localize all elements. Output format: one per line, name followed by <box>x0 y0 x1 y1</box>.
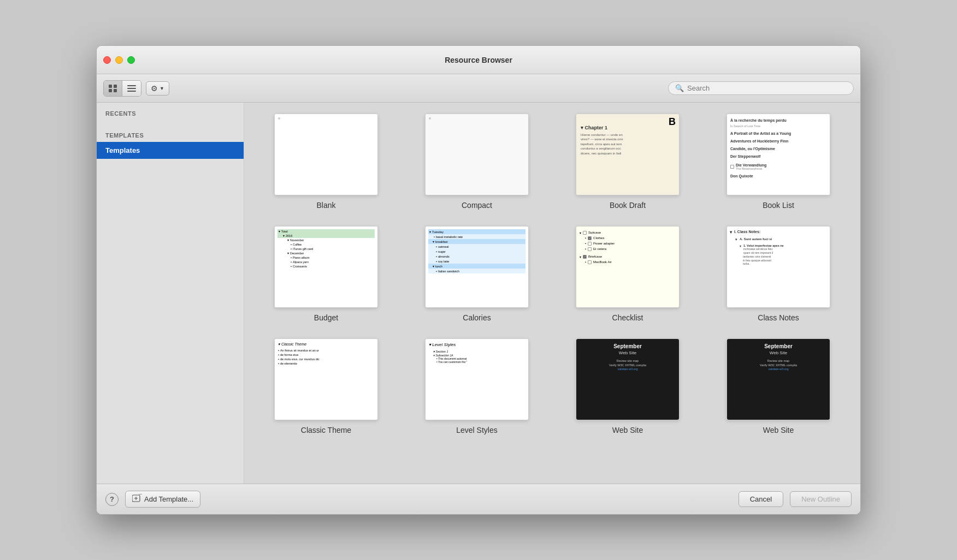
template-label-web-dark-1: Web Site <box>612 426 643 434</box>
template-label-level-styles: Level Styles <box>456 426 497 434</box>
maximize-button[interactable] <box>127 56 135 64</box>
template-label-book-draft: Book Draft <box>610 201 646 210</box>
minimize-button[interactable] <box>115 56 123 64</box>
gear-icon: ⚙ <box>151 84 158 93</box>
template-label-blank: Blank <box>316 201 335 210</box>
template-thumb-level-styles: ▾ Level Styles ▾ Section 1 ▾ Subsection … <box>425 338 529 420</box>
template-item-book-list[interactable]: À la recherche du temps perdu In Search … <box>710 114 847 210</box>
add-template-button[interactable]: Add Template... <box>125 491 200 508</box>
template-thumb-calories: ▾Tuesday •basal metabolic rate ▾breakfas… <box>425 226 529 308</box>
cancel-button[interactable]: Cancel <box>739 491 783 507</box>
template-label-class-notes: Class Notes <box>758 313 799 322</box>
toolbar: ⚙ ▼ 🔍 <box>97 74 860 103</box>
template-label-checklist: Checklist <box>612 313 643 322</box>
window-title: Resource Browser <box>445 56 512 64</box>
main-content: RECENTS TEMPLATES Templates Blank <box>97 103 860 484</box>
template-thumb-book-list: À la recherche du temps perdu In Search … <box>726 114 830 195</box>
template-item-book-draft[interactable]: B ▾ Chapter 1 Hieme conduntur — unde env… <box>559 114 696 210</box>
template-thumb-book-draft: B ▾ Chapter 1 Hieme conduntur — unde env… <box>576 114 680 195</box>
template-thumb-checklist: ▾Suitcase •✓Clothes •Power adapter •Et c… <box>576 226 680 308</box>
template-thumb-web-dark-2: September Web Site Review site map Verif… <box>726 338 830 420</box>
template-label-classic-theme: Classic Theme <box>301 426 351 434</box>
template-item-level-styles[interactable]: ▾ Level Styles ▾ Section 1 ▾ Subsection … <box>408 338 546 434</box>
template-label-budget: Budget <box>314 313 338 322</box>
recents-section-label: RECENTS <box>97 103 244 120</box>
traffic-lights <box>103 56 135 64</box>
svg-rect-3 <box>114 89 117 92</box>
close-button[interactable] <box>103 56 111 64</box>
svg-rect-1 <box>114 85 117 88</box>
template-item-budget[interactable]: ▾Total ▾2016 ▾November •Coffee •iTunes g… <box>257 226 395 322</box>
template-label-book-list: Book List <box>763 201 794 210</box>
template-grid-area: Blank Compact B <box>244 103 860 484</box>
sidebar-item-templates[interactable]: Templates <box>97 142 244 159</box>
bottombar: ? Add Template... Cancel New Outline <box>97 484 860 514</box>
grid-view-button[interactable] <box>104 81 122 96</box>
template-item-compact[interactable]: Compact <box>408 114 546 210</box>
search-bar[interactable]: 🔍 <box>668 81 854 95</box>
chevron-down-icon: ▼ <box>160 86 164 91</box>
view-toggle <box>103 80 141 97</box>
template-item-blank[interactable]: Blank <box>257 114 395 210</box>
template-label-web-dark-2: Web Site <box>763 426 794 434</box>
template-item-classic-theme[interactable]: ▾ Classic Theme •An finirus sit mundus e… <box>257 338 395 434</box>
template-item-checklist[interactable]: ▾Suitcase •✓Clothes •Power adapter •Et c… <box>559 226 696 322</box>
svg-rect-0 <box>109 85 112 88</box>
sidebar: RECENTS TEMPLATES Templates <box>97 103 244 484</box>
search-input[interactable] <box>687 84 847 92</box>
template-item-web-dark-1[interactable]: September Web Site Review site map Verif… <box>559 338 696 434</box>
template-item-class-notes[interactable]: ▾ I. Class Notes: ▾ A. Sunt autem fuci s… <box>710 226 847 322</box>
template-thumb-blank <box>274 114 378 195</box>
gear-dropdown-button[interactable]: ⚙ ▼ <box>146 81 169 96</box>
list-view-button[interactable] <box>122 81 141 96</box>
template-label-compact: Compact <box>462 201 492 210</box>
template-thumb-budget: ▾Total ▾2016 ▾November •Coffee •iTunes g… <box>274 226 378 308</box>
add-template-label: Add Template... <box>144 495 193 503</box>
help-button[interactable]: ? <box>105 493 119 506</box>
template-thumb-compact <box>425 114 529 195</box>
svg-rect-4 <box>127 85 136 86</box>
template-item-web-dark-2[interactable]: September Web Site Review site map Verif… <box>710 338 847 434</box>
template-label-calories: Calories <box>463 313 491 322</box>
search-icon: 🔍 <box>675 84 684 92</box>
template-thumb-class-notes: ▾ I. Class Notes: ▾ A. Sunt autem fuci s… <box>726 226 830 308</box>
add-template-icon <box>132 494 142 504</box>
resource-browser-window: Resource Browser ⚙ ▼ <box>96 45 861 515</box>
templates-section-label: TEMPLATES <box>97 124 244 142</box>
new-outline-button[interactable]: New Outline <box>790 491 852 507</box>
svg-rect-5 <box>127 88 136 89</box>
template-thumb-classic-theme: ▾ Classic Theme •An finirus sit mundus e… <box>274 338 378 420</box>
template-item-calories[interactable]: ▾Tuesday •basal metabolic rate ▾breakfas… <box>408 226 546 322</box>
svg-rect-6 <box>127 91 136 92</box>
svg-rect-2 <box>109 89 112 92</box>
template-thumb-web-dark-1: September Web Site Review site map Verif… <box>576 338 680 420</box>
titlebar: Resource Browser <box>97 46 860 74</box>
template-grid: Blank Compact B <box>257 114 847 434</box>
